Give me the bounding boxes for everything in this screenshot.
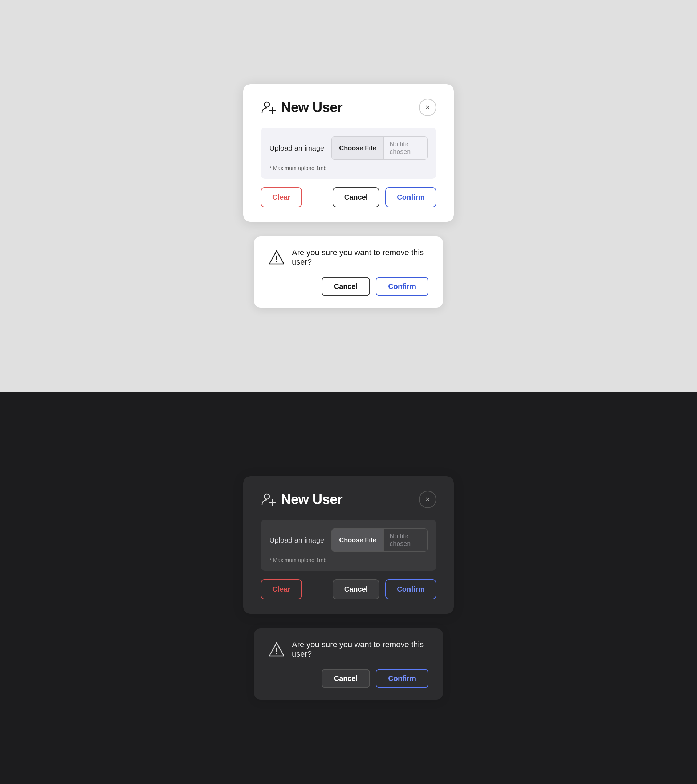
max-upload-note-light: * Maximum upload 1mb — [269, 165, 327, 171]
choose-file-button-light[interactable]: Choose File — [332, 137, 384, 159]
close-icon-dark: × — [425, 495, 430, 504]
confirm-dialog-message-light: Are you sure you want to remove this use… — [292, 248, 428, 267]
choose-file-button-dark[interactable]: Choose File — [332, 529, 384, 551]
file-input-wrapper-light: Choose File No file chosen — [331, 137, 428, 160]
confirm-button-dark[interactable]: Confirm — [385, 579, 437, 599]
clear-button-dark[interactable]: Clear — [260, 579, 302, 599]
user-add-icon — [260, 99, 277, 115]
confirm-dialog-buttons-dark: Cancel Confirm — [269, 669, 428, 688]
new-user-modal-light: New User × Upload an image Choose File N… — [243, 84, 454, 222]
file-row-light: Upload an image Choose File No file chos… — [269, 137, 428, 160]
file-row-dark: Upload an image Choose File No file chos… — [269, 529, 428, 552]
max-upload-note-dark: * Maximum upload 1mb — [269, 557, 327, 563]
cancel-button-light[interactable]: Cancel — [333, 187, 380, 207]
upload-label-dark: Upload an image — [269, 536, 324, 544]
user-add-icon-dark — [260, 491, 277, 507]
dark-theme-section: New User × Upload an image Choose File N… — [0, 392, 697, 784]
close-icon: × — [425, 103, 430, 112]
close-button-dark[interactable]: × — [419, 491, 437, 508]
svg-point-5 — [264, 494, 269, 499]
warning-icon-dark — [269, 641, 285, 657]
svg-point-9 — [276, 653, 277, 654]
warning-icon-light — [269, 249, 285, 265]
confirm-dialog-message-dark: Are you sure you want to remove this use… — [292, 640, 428, 659]
confirm-dialog-body-light: Are you sure you want to remove this use… — [269, 248, 428, 267]
confirm-dialog-dark: Are you sure you want to remove this use… — [254, 628, 443, 700]
action-row-dark: Clear Cancel Confirm — [260, 579, 437, 599]
file-input-wrapper-dark: Choose File No file chosen — [331, 529, 428, 552]
modal-title-dark: New User — [281, 492, 342, 507]
new-user-modal-dark: New User × Upload an image Choose File N… — [243, 476, 454, 614]
modal-title-light: New User — [281, 100, 342, 115]
close-button-light[interactable]: × — [419, 99, 437, 116]
no-file-text-dark: No file chosen — [384, 529, 427, 551]
action-row-light: Clear Cancel Confirm — [260, 187, 437, 207]
modal-header-left-dark: New User — [260, 491, 342, 507]
confirm-dialog-light: Are you sure you want to remove this use… — [254, 236, 443, 308]
svg-point-4 — [276, 261, 277, 262]
modal-header-light: New User × — [260, 99, 437, 116]
confirm-dialog-buttons-light: Cancel Confirm — [269, 277, 428, 296]
file-area-dark: Upload an image Choose File No file chos… — [260, 520, 437, 571]
confirm-dialog-body-dark: Are you sure you want to remove this use… — [269, 640, 428, 659]
modal-header-dark: New User × — [260, 491, 437, 508]
svg-point-0 — [264, 102, 269, 107]
dialog-confirm-button-dark[interactable]: Confirm — [376, 669, 428, 688]
dialog-cancel-button-light[interactable]: Cancel — [321, 277, 370, 296]
clear-button-light[interactable]: Clear — [260, 187, 302, 207]
modal-header-left: New User — [260, 99, 342, 115]
upload-label-light: Upload an image — [269, 144, 324, 152]
cancel-button-dark[interactable]: Cancel — [333, 579, 380, 599]
light-theme-section: New User × Upload an image Choose File N… — [0, 0, 697, 392]
dialog-cancel-button-dark[interactable]: Cancel — [321, 669, 370, 688]
confirm-button-light[interactable]: Confirm — [385, 187, 437, 207]
no-file-text-light: No file chosen — [384, 137, 427, 159]
file-area-light: Upload an image Choose File No file chos… — [260, 128, 437, 179]
dialog-confirm-button-light[interactable]: Confirm — [376, 277, 428, 296]
